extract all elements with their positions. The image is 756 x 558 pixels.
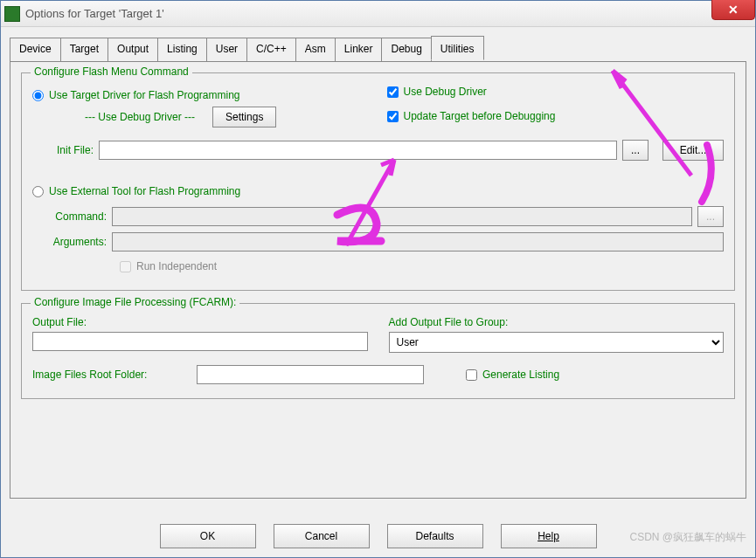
check-run-independent [120,261,131,272]
watermark: CSDN @疯狂飙车的蜗牛 [629,530,746,545]
check-generate-listing-label: Generate Listing [482,369,559,381]
group-fcarm-title: Configure Image File Processing (FCARM): [31,296,239,308]
ok-button[interactable]: OK [160,524,256,548]
command-input [112,207,692,226]
tab-asm[interactable]: Asm [295,38,336,61]
radio-use-target-driver[interactable] [32,90,44,101]
tab-content-utilities: Configure Flash Menu Command Use Target … [10,62,746,499]
radio-use-external-tool[interactable] [32,186,44,197]
group-fcarm: Configure Image File Processing (FCARM):… [21,303,735,399]
check-update-target[interactable] [387,111,399,122]
group-select[interactable]: User [389,332,725,353]
dialog-window: Options for Target 'Target 1' ✕ Device T… [0,0,756,558]
root-folder-label: Image Files Root Folder: [32,369,190,381]
tab-utilities[interactable]: Utilities [431,36,484,60]
close-icon: ✕ [728,3,739,17]
check-generate-listing[interactable] [466,369,477,381]
app-icon [4,6,20,22]
command-browse-button: ... [697,206,724,227]
check-run-independent-label: Run Independent [136,260,217,272]
group-flash: Configure Flash Menu Command Use Target … [21,72,735,291]
radio-use-target-driver-label: Use Target Driver for Flash Programming [49,89,240,101]
tabstrip: Device Target Output Listing User C/C++ … [10,38,746,62]
check-use-debug-driver-label: Use Debug Driver [404,86,487,98]
tab-debug[interactable]: Debug [381,38,431,61]
close-button[interactable]: ✕ [711,0,755,20]
tab-output[interactable]: Output [108,38,158,61]
tab-listing[interactable]: Listing [157,38,207,61]
init-file-label: Init File: [32,144,94,156]
root-folder-input[interactable] [197,365,424,384]
arguments-input [112,232,724,251]
edit-button[interactable]: Edit... [662,140,724,161]
tab-ccpp[interactable]: C/C++ [246,38,296,61]
settings-button[interactable]: Settings [212,107,276,127]
group-flash-title: Configure Flash Menu Command [31,65,192,78]
radio-use-external-tool-label: Use External Tool for Flash Programming [49,185,240,197]
output-file-label: Output File: [32,316,368,328]
window-title: Options for Target 'Target 1' [25,7,164,20]
command-label: Command: [32,210,107,223]
add-output-group-label: Add Output File to Group: [389,316,725,328]
help-button[interactable]: Help [501,524,597,548]
check-use-debug-driver[interactable] [387,86,399,98]
tab-linker[interactable]: Linker [335,38,383,61]
tab-device[interactable]: Device [10,38,61,61]
init-file-input[interactable] [99,141,617,160]
check-update-target-label: Update Target before Debugging [404,110,556,122]
arguments-label: Arguments: [32,236,107,248]
dialog-body: Device Target Output Listing User C/C++ … [1,27,755,504]
sub-driver-label: --- Use Debug Driver --- [85,111,195,123]
init-file-browse-button[interactable]: ... [622,140,648,161]
output-file-input[interactable] [32,332,368,351]
defaults-button[interactable]: Defaults [387,524,483,548]
titlebar: Options for Target 'Target 1' ✕ [1,1,755,27]
tab-target[interactable]: Target [60,38,108,61]
tab-user[interactable]: User [206,38,247,61]
cancel-button[interactable]: Cancel [274,524,370,548]
